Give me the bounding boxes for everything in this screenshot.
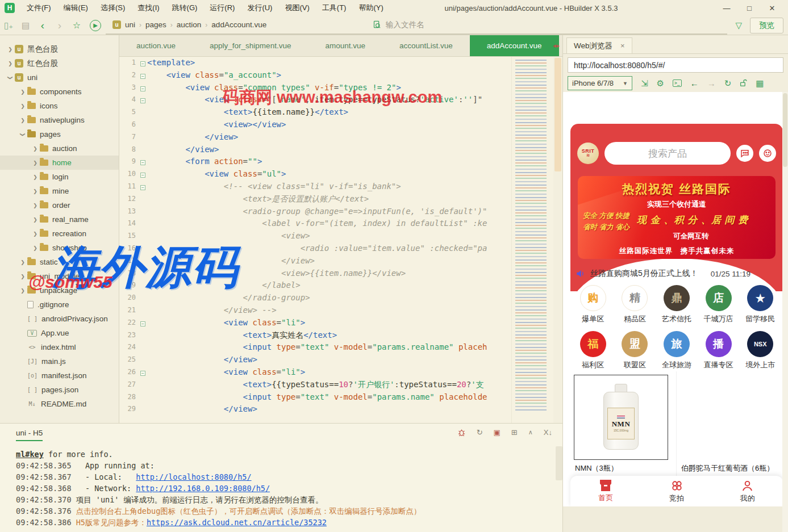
fold-marker[interactable] xyxy=(139,193,147,206)
tree-item[interactable]: ❯ static xyxy=(0,255,119,269)
code-line[interactable]: 25 </view> xyxy=(119,354,511,366)
line-number[interactable]: 14 xyxy=(119,217,139,230)
code-line[interactable]: 24 <input type="text" v-model="params.re… xyxy=(119,341,511,354)
url-bar[interactable]: http://localhost:8080/h5/#/ xyxy=(568,57,783,73)
chevron-icon[interactable]: ❯ xyxy=(18,288,27,294)
breadcrumb-item[interactable]: addAccount.vue xyxy=(211,20,266,29)
code-line[interactable]: 5 <text>{{item.name}}</text> xyxy=(119,106,511,119)
minimize-button[interactable]: — xyxy=(715,4,738,12)
close-button[interactable]: ✕ xyxy=(761,4,783,12)
line-number[interactable]: 9 xyxy=(119,156,139,168)
editor-tab[interactable]: addAccount.vue xyxy=(470,35,559,56)
chevron-icon[interactable]: ❯ xyxy=(31,174,40,180)
back-icon[interactable]: ‹ xyxy=(34,19,51,32)
fold-marker[interactable] xyxy=(139,119,147,131)
category-item[interactable]: 精 精品区 xyxy=(614,285,656,324)
console-scrollbar[interactable] xyxy=(556,446,562,480)
qr-code-icon[interactable]: ▦ xyxy=(756,79,764,87)
tab-scroll-arrows-icon[interactable]: ◂▸ xyxy=(553,42,560,49)
code-line[interactable]: 16 <radio :value="item.value" :checked="… xyxy=(119,242,511,255)
fold-marker[interactable] xyxy=(139,131,147,144)
tree-item[interactable]: ❯ showshop xyxy=(0,241,119,255)
fold-marker[interactable] xyxy=(139,403,147,416)
tree-item[interactable]: .gitignore xyxy=(0,298,119,312)
fold-marker[interactable]: − xyxy=(139,156,147,168)
fold-marker[interactable]: − xyxy=(139,82,147,94)
news-ticker[interactable]: 丝路直购商城5月份正式上线！ 01/25 11:19 xyxy=(576,267,778,280)
maximize-button[interactable]: □ xyxy=(738,4,761,12)
line-number[interactable]: 12 xyxy=(119,193,139,206)
product-card[interactable]: 伯爵驼马干红葡萄酒（6瓶） xyxy=(677,371,783,476)
code-line[interactable]: 17 </view> xyxy=(119,255,511,267)
code-line[interactable]: 29 </view> xyxy=(119,403,511,416)
tree-item[interactable]: ❯ uni_modules xyxy=(0,269,119,283)
tree-item[interactable]: V App.vue xyxy=(0,326,119,340)
refresh-icon[interactable]: ↻ xyxy=(724,79,732,87)
category-item[interactable]: 盟 联盟区 xyxy=(614,331,656,370)
editor-scrollbar[interactable] xyxy=(553,57,562,423)
fold-marker[interactable] xyxy=(139,391,147,404)
tree-item[interactable]: ❯ components xyxy=(0,85,119,99)
fold-marker[interactable] xyxy=(139,217,147,230)
promo-banner[interactable]: 热烈祝贺 丝路国际 实现三个收付通道 安全 方便 快捷 省时 省力 省心 现 金… xyxy=(578,176,776,259)
tree-item[interactable]: [o] manifest.json xyxy=(0,368,119,383)
menu-item[interactable]: 帮助(Y) xyxy=(352,3,389,13)
star-icon[interactable]: ☆ xyxy=(68,20,85,31)
fold-marker[interactable] xyxy=(139,329,147,342)
line-number[interactable]: 17 xyxy=(119,255,139,267)
chevron-icon[interactable]: ❯ xyxy=(31,203,40,208)
code-line[interactable]: 10 − <view class="ul"> xyxy=(119,168,511,181)
chevron-icon[interactable]: ❯ xyxy=(18,89,27,95)
line-number[interactable]: 8 xyxy=(119,144,139,156)
category-item[interactable]: 店 千城万店 xyxy=(698,285,740,324)
code-line[interactable]: 12 <text>是否设置默认账户</text> xyxy=(119,193,511,206)
code-line[interactable]: 21 </view> --> xyxy=(119,304,511,317)
debug-bug-icon[interactable] xyxy=(457,428,466,437)
code-line[interactable]: 1 − <template> xyxy=(119,57,511,69)
stop-icon[interactable]: ▣ xyxy=(494,428,501,437)
chevron-icon[interactable]: ❯ xyxy=(31,146,40,152)
breadcrumb-item[interactable]: uni xyxy=(125,20,135,29)
code-line[interactable]: 19 </label> xyxy=(119,279,511,292)
line-number[interactable]: 6 xyxy=(119,119,139,131)
tree-item[interactable]: <> index.html xyxy=(0,340,119,354)
browser-tab-close-icon[interactable]: × xyxy=(620,41,625,50)
menu-item[interactable]: 工具(T) xyxy=(316,3,353,13)
forward-icon[interactable]: › xyxy=(51,19,68,32)
fold-marker[interactable] xyxy=(139,304,147,317)
category-item[interactable]: NSX 境外上市 xyxy=(739,331,781,370)
line-number[interactable]: 26 xyxy=(119,366,139,379)
fold-marker[interactable] xyxy=(139,354,147,366)
tree-item[interactable]: ❯ u 红色台股 xyxy=(0,56,119,70)
code-line[interactable]: 15 <view> xyxy=(119,230,511,242)
console-tab[interactable]: uni - H5 xyxy=(16,429,43,441)
line-number[interactable]: 1 xyxy=(119,57,139,69)
code-line[interactable]: 7 </view> xyxy=(119,131,511,144)
code-line[interactable]: 9 − <form action=""> xyxy=(119,156,511,168)
fold-marker[interactable] xyxy=(139,230,147,242)
code-line[interactable]: 28 <input type="text" v-model="params.na… xyxy=(119,391,511,404)
device-select[interactable]: iPhone 6/7/8 ▼ xyxy=(568,76,632,90)
tree-item[interactable]: ❯ login xyxy=(0,170,119,184)
tab-mine[interactable]: 我的 xyxy=(712,476,783,506)
minimap[interactable] xyxy=(511,57,552,423)
tree-item[interactable]: ❯ u 黑色台股 xyxy=(0,42,119,56)
chevron-icon[interactable]: ❯ xyxy=(18,259,27,265)
code-line[interactable]: 3 − <view class="common types" v-if="typ… xyxy=(119,82,511,94)
line-number[interactable]: 29 xyxy=(119,403,139,416)
chevron-icon[interactable]: ❯ xyxy=(7,73,13,82)
chevron-icon[interactable]: ❯ xyxy=(31,160,40,166)
browser-scrollbar[interactable] xyxy=(782,92,788,532)
log-link[interactable]: http://192.168.0.109:8080/h5/ xyxy=(136,484,270,493)
collapse-icon[interactable]: ∧ xyxy=(528,429,533,436)
fold-marker[interactable] xyxy=(139,292,147,304)
clear-console-icon[interactable]: X↓ xyxy=(544,428,552,437)
chevron-icon[interactable]: ❯ xyxy=(31,231,40,237)
browser-tab[interactable]: Web浏览器 × xyxy=(566,37,632,53)
chevron-icon[interactable]: ❯ xyxy=(18,274,27,279)
category-item[interactable]: 福 福利区 xyxy=(572,331,614,370)
tree-item[interactable]: ❯ unpackage xyxy=(0,283,119,298)
filter-funnel-icon[interactable]: ▽ xyxy=(735,20,742,31)
tree-item[interactable]: ❯ auction xyxy=(0,141,119,156)
category-item[interactable]: 鼎 艺术信托 xyxy=(656,285,698,324)
